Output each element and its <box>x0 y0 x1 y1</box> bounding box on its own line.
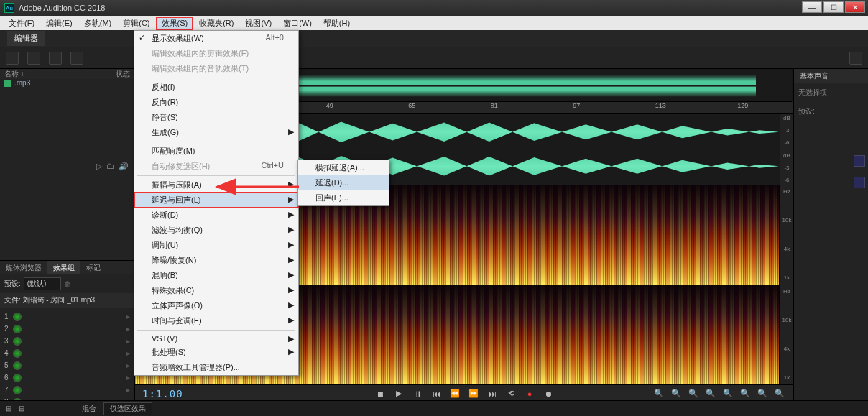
zoom-button[interactable]: 🔍 <box>704 387 717 400</box>
zoom-button[interactable]: 🔍 <box>670 387 683 400</box>
fx-slot[interactable]: 7▸ <box>4 384 130 396</box>
menu-item[interactable]: 反向(R) <box>134 95 298 110</box>
zoom-button[interactable]: 🔍 <box>721 387 734 400</box>
zoom-button[interactable]: 🔍 <box>652 387 665 400</box>
transport-button[interactable]: ● <box>523 387 536 400</box>
effects-menu-dropdown: ✓显示效果组(W)Alt+0编辑效果组内的剪辑效果(F)编辑效果组内的音轨效果(… <box>134 30 299 376</box>
menu-0[interactable]: 文件(F) <box>3 17 40 30</box>
folder-icon[interactable]: 🗀 <box>106 162 114 171</box>
menu-item[interactable]: 调制(U)▶ <box>134 238 298 253</box>
power-icon[interactable] <box>13 361 22 370</box>
submenu-item[interactable]: 回声(E)... <box>298 190 389 205</box>
volume-icon[interactable]: 🔊 <box>119 162 129 171</box>
chevron-right-icon: ▸ <box>126 349 130 357</box>
transport-button[interactable]: ⏹ <box>374 387 387 400</box>
col-status-header[interactable]: 状态 <box>116 69 130 79</box>
transport-button[interactable]: ⏩ <box>467 387 480 400</box>
color-swatch[interactable] <box>854 177 865 188</box>
menu-item[interactable]: 生成(G)▶ <box>134 125 298 140</box>
power-icon[interactable] <box>13 374 22 382</box>
menu-2[interactable]: 多轨(M) <box>78 17 118 30</box>
menu-item[interactable]: 特殊效果(C)▶ <box>134 283 298 298</box>
menu-item[interactable]: VST(V)▶ <box>134 332 298 345</box>
panel-tab[interactable]: 媒体浏览器 <box>0 261 47 274</box>
current-file-label: 文件: 刘瑞琦 - 房间 _01.mp3 <box>0 293 134 308</box>
menu-4[interactable]: 效果(S) <box>156 17 194 30</box>
menu-item[interactable]: 诊断(D)▶ <box>134 208 298 223</box>
selection-mode-select[interactable]: 仅选区效果 <box>103 402 152 415</box>
menu-item[interactable]: 时间与变调(E)▶ <box>134 313 298 328</box>
transport-button[interactable]: ▶ <box>392 387 405 400</box>
chevron-right-icon: ▸ <box>126 337 130 345</box>
delay-echo-submenu: 模拟延迟(A)...延迟(D)...回声(E)... <box>297 160 389 206</box>
status-icon[interactable]: ⊞ <box>6 405 11 412</box>
workspace-tab-row: 编辑器 混音器 <box>0 30 868 47</box>
submenu-item[interactable]: 模拟延迟(A)... <box>298 160 389 175</box>
menu-7[interactable]: 窗口(W) <box>277 17 318 30</box>
menu-item[interactable]: ✓显示效果组(W)Alt+0 <box>134 31 298 46</box>
power-icon[interactable] <box>13 313 22 321</box>
menu-item[interactable]: 滤波与均衡(Q)▶ <box>134 223 298 238</box>
submenu-item[interactable]: 延迟(D)... <box>298 175 389 190</box>
status-icon[interactable]: ⊟ <box>19 405 24 412</box>
power-icon[interactable] <box>13 325 22 333</box>
fx-slot[interactable]: 3▸ <box>4 335 130 347</box>
preset-label: 预设: <box>794 102 868 121</box>
tool-icon[interactable] <box>27 52 40 65</box>
play-icon[interactable]: ▷ <box>96 162 102 171</box>
transport-button[interactable]: ⏭ <box>486 387 499 400</box>
zoom-button[interactable]: 🔍 <box>739 387 752 400</box>
menu-item[interactable]: 批处理(S)▶ <box>134 345 298 360</box>
power-icon[interactable] <box>13 386 22 394</box>
zoom-button[interactable]: 🔍 <box>773 387 786 400</box>
chevron-right-icon: ▶ <box>288 270 294 279</box>
menu-1[interactable]: 编辑(E) <box>40 17 78 30</box>
chevron-right-icon: ▶ <box>288 285 294 295</box>
fx-slot[interactable]: 1▸ <box>4 310 130 323</box>
power-icon[interactable] <box>13 349 22 358</box>
menu-3[interactable]: 剪辑(C) <box>117 17 155 30</box>
trash-icon[interactable]: 🗑 <box>64 280 71 288</box>
power-icon[interactable] <box>13 337 22 346</box>
fx-slot[interactable]: 5▸ <box>4 359 130 371</box>
menu-item[interactable]: 立体声声像(O)▶ <box>134 298 298 313</box>
preset-select[interactable]: (默认) <box>24 277 62 290</box>
close-button[interactable]: ✕ <box>845 1 865 13</box>
tool-icon[interactable] <box>70 52 83 65</box>
chevron-right-icon: ▶ <box>288 240 294 249</box>
menu-item[interactable]: 匹配响度(M) <box>134 144 298 159</box>
transport-button[interactable]: ⟲ <box>504 387 517 400</box>
transport-button[interactable]: ⏮ <box>430 387 443 400</box>
tool-icon[interactable] <box>849 52 862 65</box>
panel-tab[interactable]: 效果组 <box>47 261 80 274</box>
transport-button[interactable]: ⏺ <box>542 387 555 400</box>
tab-editor[interactable]: 编辑器 <box>7 31 45 46</box>
fx-slot[interactable]: 4▸ <box>4 347 130 359</box>
tool-icon[interactable] <box>49 52 62 65</box>
menu-8[interactable]: 帮助(H) <box>318 17 356 30</box>
chevron-right-icon: ▶ <box>288 300 294 310</box>
menu-item[interactable]: 静音(S) <box>134 110 298 125</box>
file-list-item[interactable]: .mp3 <box>0 79 134 87</box>
fx-slot[interactable]: 6▸ <box>4 371 130 384</box>
fx-slot[interactable]: 2▸ <box>4 323 130 335</box>
menu-item[interactable]: 音频增效工具管理器(P)... <box>134 360 298 375</box>
col-name-header[interactable]: 名称 ↑ <box>4 69 24 79</box>
menu-item[interactable]: 反相(I) <box>134 80 298 95</box>
menu-item[interactable]: 降噪/恢复(N)▶ <box>134 253 298 268</box>
menu-item[interactable]: 混响(B)▶ <box>134 268 298 283</box>
left-panel: 名称 ↑ 状态 .mp3 ▷ 🗀 🔊 媒体浏览器效果组标记 预设: (默认) 🗑… <box>0 69 135 416</box>
transport-button[interactable]: ⏪ <box>448 387 461 400</box>
tool-icon[interactable] <box>6 52 19 65</box>
menu-5[interactable]: 收藏夹(R) <box>193 17 239 30</box>
minimize-button[interactable]: — <box>802 1 822 13</box>
zoom-button[interactable]: 🔍 <box>756 387 769 400</box>
menu-item[interactable]: 振幅与压限(A)▶ <box>134 177 298 193</box>
menu-6[interactable]: 视图(V) <box>239 17 277 30</box>
zoom-button[interactable]: 🔍 <box>687 387 700 400</box>
panel-tab[interactable]: 标记 <box>80 261 106 274</box>
color-swatch[interactable] <box>854 155 865 167</box>
transport-button[interactable]: ⏸ <box>411 387 424 400</box>
menu-item[interactable]: 延迟与回声(L)▶ <box>134 193 298 208</box>
maximize-button[interactable]: ☐ <box>823 1 844 13</box>
